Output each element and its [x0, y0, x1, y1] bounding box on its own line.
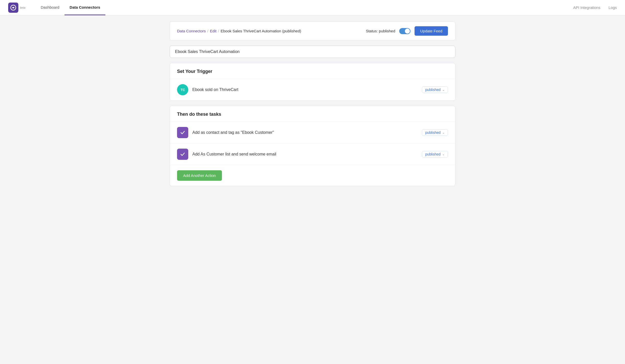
svg-text:TC: TC — [181, 88, 185, 92]
action-chevron-icon-2: ⌄ — [442, 152, 445, 156]
action-status-text-1: published — [425, 131, 441, 135]
thrivecart-logo: TC — [177, 84, 188, 95]
action-status-badge-1[interactable]: published ⌄ — [422, 129, 448, 136]
add-another-action-button[interactable]: Add Another Action — [177, 170, 222, 181]
beta-label: beta — [20, 6, 25, 9]
tasks-card-body: Add as contact and tag as "Ebook Custome… — [170, 122, 455, 186]
nav-links: Dashboard Data Connectors — [35, 0, 573, 15]
breadcrumb-actions: Status: published Update Feed — [366, 26, 448, 36]
action-row-1: Add as contact and tag as "Ebook Custome… — [170, 122, 455, 144]
nav-data-connectors[interactable]: Data Connectors — [65, 0, 105, 15]
breadcrumb-bar: Data Connectors / Edit / Ebook Sales Thr… — [170, 21, 455, 41]
action-status-text-2: published — [425, 152, 441, 156]
nav-logo: beta — [8, 3, 25, 13]
breadcrumb-current: Ebook Sales ThriveCart Automation (publi… — [221, 29, 301, 33]
trigger-card: Set Your Trigger TC Ebook sold on Thrive… — [170, 63, 455, 101]
action-label-1: Add as contact and tag as "Ebook Custome… — [192, 130, 418, 135]
nav-dashboard[interactable]: Dashboard — [35, 0, 64, 15]
trigger-card-body: TC Ebook sold on ThriveCart published ⌄ — [170, 79, 455, 100]
page-content: Data Connectors / Edit / Ebook Sales Thr… — [159, 15, 466, 197]
nav-right: API Integrations Logs — [573, 5, 617, 10]
action-row-2: Add As Customer list and send welcome em… — [170, 144, 455, 165]
breadcrumb: Data Connectors / Edit / Ebook Sales Thr… — [177, 29, 301, 33]
logo-icon — [8, 3, 18, 13]
status-label: Status: published — [366, 29, 395, 33]
automation-name-input[interactable] — [175, 49, 450, 54]
trigger-status-badge[interactable]: published ⌄ — [422, 86, 448, 93]
top-nav: beta Dashboard Data Connectors API Integ… — [0, 0, 625, 15]
action-label-2: Add As Customer list and send welcome em… — [192, 152, 418, 157]
action-icon-1 — [177, 127, 188, 138]
tasks-card: Then do these tasks Add as contact and t… — [170, 106, 455, 186]
action-status-badge-2[interactable]: published ⌄ — [422, 151, 448, 158]
breadcrumb-edit[interactable]: Edit — [210, 29, 217, 33]
breadcrumb-sep2: / — [218, 29, 219, 33]
name-input-wrap — [170, 46, 455, 58]
action-icon-2 — [177, 149, 188, 160]
update-feed-button[interactable]: Update Feed — [415, 26, 448, 36]
trigger-heading: Set Your Trigger — [177, 69, 448, 74]
nav-logs[interactable]: Logs — [608, 5, 617, 10]
add-action-row: Add Another Action — [170, 165, 455, 186]
nav-api-integrations[interactable]: API Integrations — [573, 5, 601, 10]
trigger-row: TC Ebook sold on ThriveCart published ⌄ — [170, 79, 455, 100]
trigger-card-header: Set Your Trigger — [170, 63, 455, 79]
trigger-label: Ebook sold on ThriveCart — [192, 87, 418, 92]
status-toggle[interactable] — [399, 28, 410, 34]
toggle-thumb — [405, 29, 410, 34]
trigger-chevron-icon: ⌄ — [442, 88, 445, 92]
trigger-status-text: published — [425, 88, 441, 92]
action-chevron-icon-1: ⌄ — [442, 131, 445, 134]
breadcrumb-root[interactable]: Data Connectors — [177, 29, 206, 33]
tasks-heading: Then do these tasks — [177, 112, 448, 117]
breadcrumb-sep1: / — [207, 29, 208, 33]
tasks-card-header: Then do these tasks — [170, 106, 455, 122]
